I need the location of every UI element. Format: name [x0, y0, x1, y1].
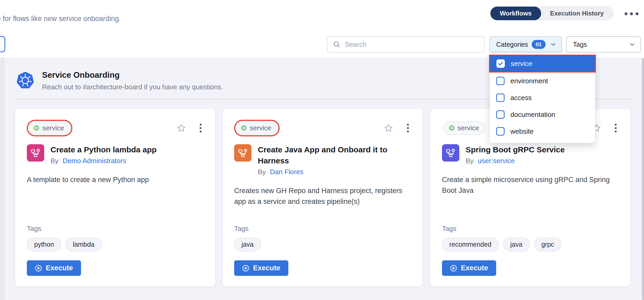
- card-description: Create a simple microservice using gRPC …: [442, 174, 619, 196]
- card-description: A template to create a new Python app: [27, 174, 204, 185]
- dropdown-item-environment[interactable]: environment: [490, 73, 595, 89]
- search-input[interactable]: [344, 40, 479, 49]
- execute-button[interactable]: Execute: [27, 260, 81, 276]
- checkbox-checked-icon[interactable]: [496, 59, 505, 68]
- dropdown-item-label: environment: [510, 77, 548, 85]
- tab-workflows[interactable]: Workflows: [490, 7, 541, 20]
- execute-label: Execute: [46, 264, 73, 272]
- dropdown-item-label: website: [510, 127, 534, 136]
- badge-wrap: ⚙ service: [442, 120, 487, 136]
- chevron-down-icon: [629, 41, 636, 48]
- dropdown-item-label: service: [511, 60, 532, 68]
- card-author-link[interactable]: Demo Administrators: [63, 157, 126, 165]
- tags-filter-label: Tags: [573, 41, 587, 48]
- by-label: By: [258, 168, 266, 176]
- checkbox-unchecked-icon[interactable]: [496, 127, 505, 136]
- tags-filter-button[interactable]: Tags: [566, 36, 641, 53]
- by-label: By: [466, 157, 474, 165]
- by-label: By: [51, 157, 58, 165]
- dropdown-item-label: access: [510, 94, 532, 102]
- favorite-star-icon[interactable]: [177, 123, 186, 133]
- view-toggle: Workflows Execution History: [490, 7, 613, 20]
- dropdown-item-documentation[interactable]: documentation: [490, 106, 595, 123]
- page-subtitle-cutoff: e for flows like new service onboarding.: [0, 15, 121, 23]
- workflow-type-icon: [442, 144, 459, 162]
- kebab-menu-icon[interactable]: [200, 124, 202, 132]
- search-box[interactable]: [327, 36, 485, 53]
- workflow-card: ⚙ service Create a Python lambda app By …: [15, 109, 215, 286]
- cutoff-left-button[interactable]: [0, 36, 5, 52]
- chevron-down-icon: [550, 41, 557, 48]
- kubernetes-icon: [16, 71, 34, 89]
- card-title: Spring Boot gRPC Service: [466, 144, 565, 155]
- tag-chip: java: [503, 237, 530, 251]
- more-options-icon[interactable]: [625, 12, 638, 15]
- categories-count-badge: 01: [532, 40, 546, 49]
- execute-button[interactable]: Execute: [442, 260, 496, 276]
- annotation-red-rect: service: [489, 55, 596, 73]
- category-badge: ⚙ service: [28, 121, 71, 135]
- left-gutter: [0, 57, 5, 300]
- category-badge-label: service: [250, 124, 271, 132]
- execute-label: Execute: [253, 264, 280, 272]
- execute-button[interactable]: Execute: [234, 260, 288, 276]
- tags-label: Tags: [234, 225, 411, 233]
- card-description: Creates new GH Repo and Harness project,…: [234, 185, 411, 207]
- workflow-card: ⚙ service Create Java App and Onboard it…: [223, 109, 422, 286]
- checkbox-unchecked-icon[interactable]: [496, 110, 505, 119]
- workflow-type-icon: [234, 144, 251, 162]
- execute-label: Execute: [461, 264, 488, 272]
- annotation-red-oval: ⚙ service: [234, 120, 280, 136]
- card-author-link[interactable]: Dan Flores: [270, 168, 303, 176]
- tag-chip: grpc: [534, 237, 562, 251]
- category-badge: ⚙ service: [236, 121, 278, 135]
- card-author-link[interactable]: user:service: [478, 157, 515, 165]
- checkbox-unchecked-icon[interactable]: [496, 94, 505, 102]
- dropdown-item-service[interactable]: service: [490, 56, 595, 71]
- kebab-menu-icon[interactable]: [407, 124, 409, 132]
- card-title: Create a Python lambda app: [51, 144, 157, 155]
- dropdown-item-label: documentation: [510, 111, 555, 119]
- card-title: Create Java App and Onboard it to Harnes…: [258, 144, 411, 166]
- gear-icon: ⚙: [33, 125, 40, 132]
- tags-label: Tags: [27, 225, 204, 233]
- categories-filter-button[interactable]: Categories 01: [489, 36, 562, 53]
- categories-label: Categories: [496, 41, 528, 48]
- checkbox-unchecked-icon[interactable]: [496, 77, 505, 85]
- favorite-star-icon[interactable]: [384, 123, 393, 133]
- tags-label: Tags: [442, 225, 619, 233]
- annotation-red-oval: ⚙ service: [27, 120, 72, 136]
- category-badge-label: service: [42, 124, 64, 132]
- tag-chip: recommended: [442, 237, 499, 251]
- workflow-type-icon: [27, 144, 44, 162]
- dropdown-item-website[interactable]: website: [490, 123, 595, 140]
- tag-chip: lambda: [66, 237, 102, 251]
- category-badge-label: service: [457, 124, 479, 132]
- gear-icon: ⚙: [448, 125, 455, 132]
- categories-dropdown-menu: service environment access documentation…: [490, 54, 595, 143]
- tab-execution-history[interactable]: Execution History: [541, 7, 613, 20]
- category-badge: ⚙ service: [444, 121, 486, 135]
- section-title: Service Onboarding: [42, 70, 120, 80]
- tag-chip: java: [234, 237, 261, 251]
- tag-chip: python: [27, 237, 61, 251]
- gear-icon: ⚙: [240, 125, 247, 132]
- search-icon: [333, 40, 341, 48]
- dropdown-item-access[interactable]: access: [490, 89, 595, 106]
- section-subtitle: Reach out to #architecture-board if you …: [42, 83, 223, 91]
- vertical-scrollbar[interactable]: [642, 58, 644, 300]
- kebab-menu-icon[interactable]: [615, 124, 617, 132]
